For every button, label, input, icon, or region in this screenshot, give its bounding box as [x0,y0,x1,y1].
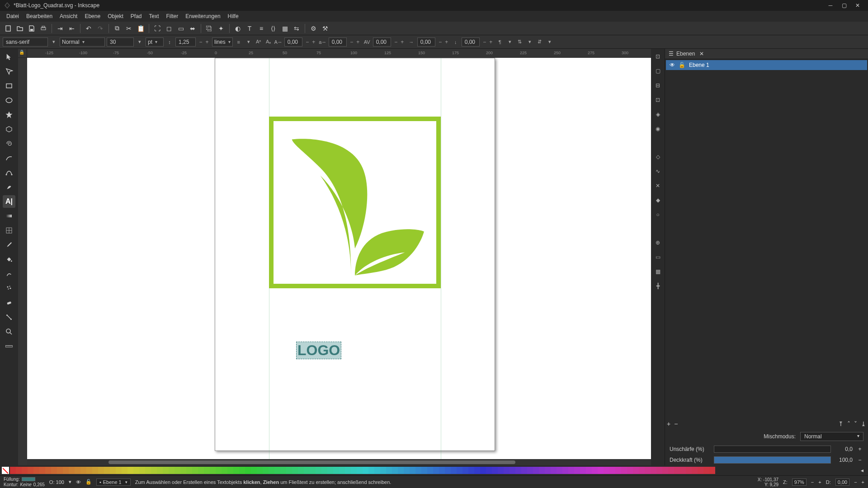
open-icon[interactable] [14,23,25,34]
palette-swatch[interactable] [39,467,45,474]
palette-swatch[interactable] [33,467,39,474]
menu-erweiterungen[interactable]: Erweiterungen [182,12,224,21]
palette-swatch[interactable] [22,467,28,474]
connector-tool[interactable] [3,311,15,324]
blur-slider[interactable] [714,446,831,453]
opacity-slider[interactable] [714,456,831,464]
palette-swatch[interactable] [398,467,404,474]
palette-swatch[interactable] [527,467,533,474]
guide-right[interactable] [441,58,441,459]
paint-bucket-tool[interactable] [3,253,15,266]
layer-lock-icon[interactable]: 🔓 [679,62,685,68]
superscript-icon[interactable]: Aᵃ [255,38,263,46]
line-unit-select[interactable]: lines [212,38,233,47]
remove-layer-button[interactable]: − [674,420,678,427]
palette-swatch[interactable] [333,467,339,474]
snap-grid-icon[interactable]: ▦ [653,267,663,277]
palette-swatch[interactable] [492,467,498,474]
size-unit-select[interactable]: pt [146,38,164,47]
palette-swatch[interactable] [698,467,703,474]
horizontal-scrollbar[interactable] [18,459,651,465]
palette-swatch[interactable] [415,467,421,474]
palette-swatch[interactable] [286,467,292,474]
palette-swatch[interactable] [427,467,433,474]
palette-swatch[interactable] [345,467,351,474]
zoom-selection-icon[interactable]: ⛶ [152,23,163,34]
zoom-dec[interactable]: − [811,479,814,485]
palette-swatch[interactable] [157,467,163,474]
palette-swatch[interactable] [604,467,609,474]
line-height-inc[interactable]: + [204,39,210,45]
layer-up-button[interactable]: ˄ [847,420,850,427]
palette-swatch[interactable] [233,467,239,474]
palette-swatch[interactable] [421,467,427,474]
selector-tool[interactable] [3,51,15,63]
menu-filter[interactable]: Filter [163,12,182,21]
cut-icon[interactable]: ✂ [123,23,134,34]
menu-objekt[interactable]: Objekt [104,12,127,21]
font-size-dropdown-icon[interactable]: ▾ [136,38,144,46]
palette-swatch[interactable] [86,467,92,474]
palette-swatch[interactable] [615,467,621,474]
palette-swatch[interactable] [474,467,480,474]
palette-swatch[interactable] [462,467,468,474]
undo-icon[interactable]: ↶ [83,23,94,34]
palette-swatch[interactable] [122,467,127,474]
palette-swatch[interactable] [562,467,568,474]
palette-swatch[interactable] [551,467,557,474]
palette-swatch[interactable] [504,467,509,474]
palette-swatch[interactable] [357,467,363,474]
guide-lock-icon[interactable]: 🔒 [19,50,24,55]
palette-swatch[interactable] [57,467,63,474]
pencil-tool[interactable] [3,152,15,164]
palette-swatch[interactable] [445,467,451,474]
canvas-viewport[interactable]: LOGO [27,58,651,459]
preferences-icon[interactable]: ⚒ [320,23,330,34]
palette-swatch[interactable] [468,467,474,474]
new-document-icon[interactable] [3,23,14,34]
palette-swatch[interactable] [580,467,586,474]
paste-icon[interactable]: 📋 [135,23,146,34]
palette-swatch[interactable] [80,467,86,474]
palette-swatch[interactable] [204,467,210,474]
palette-swatch[interactable] [574,467,580,474]
menu-bearbeiten[interactable]: Bearbeiten [23,12,56,21]
snap-page-icon[interactable]: ▭ [653,252,663,262]
font-style-select[interactable]: Normal [60,38,105,47]
palette-swatch[interactable] [480,467,486,474]
palette-swatch[interactable] [539,467,545,474]
rotation-input[interactable]: 0,00 [835,479,849,486]
menu-ansicht[interactable]: Ansicht [56,12,81,21]
zoom-inc[interactable]: + [818,479,821,485]
redo-icon[interactable]: ↷ [95,23,106,34]
export-icon[interactable]: ⇤ [66,23,77,34]
palette-swatch[interactable] [10,467,16,474]
save-icon[interactable] [26,23,37,34]
palette-swatch[interactable] [239,467,245,474]
palette-swatch[interactable] [210,467,216,474]
layers-dialog-icon[interactable]: ≡ [256,23,267,34]
snap-other-icon[interactable]: ⊕ [653,238,663,248]
zoom-width-icon[interactable]: ⬌ [187,23,198,34]
palette-swatch[interactable] [686,467,692,474]
text-orientation-icon[interactable]: ⇵ [536,38,544,46]
palette-swatch[interactable] [298,467,304,474]
palette-swatch[interactable] [639,467,645,474]
snap-corner-icon[interactable]: ⊡ [653,95,663,105]
palette-swatch[interactable] [75,467,80,474]
palette-none-swatch[interactable] [2,467,9,474]
palette-swatch[interactable] [392,467,398,474]
duplicate-icon[interactable]: ⿻ [204,23,215,34]
palette-swatch[interactable] [515,467,521,474]
palette-swatch[interactable] [292,467,298,474]
writing-mode-icon[interactable]: ⇅ [516,38,524,46]
palette-swatch[interactable] [280,467,286,474]
palette-swatch[interactable] [368,467,374,474]
palette-swatch[interactable] [45,467,51,474]
palette-swatch[interactable] [674,467,680,474]
palette-swatch[interactable] [16,467,22,474]
eraser-tool[interactable] [3,296,15,309]
palette-swatch[interactable] [180,467,186,474]
palette-swatch[interactable] [145,467,151,474]
opacity-indicator[interactable]: O: 100 [49,479,64,485]
